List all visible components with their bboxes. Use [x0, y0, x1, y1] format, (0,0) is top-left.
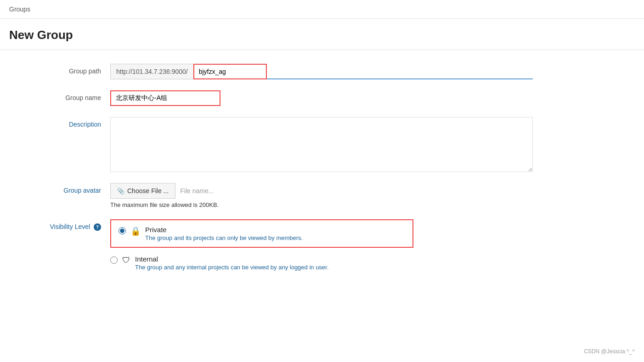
- file-input-row: 📎 Choose File ... File name...: [110, 183, 533, 199]
- file-name-placeholder: File name...: [180, 187, 214, 195]
- visibility-private-box: 🔒 Private The group and its projects can…: [110, 219, 413, 248]
- group-name-control: [110, 90, 533, 106]
- visibility-private-radio[interactable]: [119, 227, 126, 234]
- group-path-control: http://101.34.7.236:9000/: [110, 64, 533, 79]
- visibility-private-title[interactable]: Private: [145, 226, 303, 234]
- paperclip-icon: 📎: [117, 188, 124, 195]
- visibility-level-control: 🔒 Private The group and its projects can…: [110, 219, 533, 273]
- visibility-private-desc: The group and its projects can only be v…: [145, 234, 303, 241]
- file-size-note: The maximum file size allowed is 200KB.: [110, 201, 533, 208]
- visibility-internal-option: 🛡 Internal The group and any internal pr…: [110, 255, 413, 271]
- visibility-help-icon[interactable]: ?: [94, 223, 101, 231]
- visibility-level-row: Visibility Level ? 🔒 Private The group a…: [18, 219, 533, 273]
- group-avatar-row: Group avatar 📎 Choose File ... File name…: [18, 183, 533, 208]
- visibility-private-option: 🔒 Private The group and its projects can…: [119, 226, 405, 241]
- group-name-label: Group name: [18, 90, 110, 101]
- description-textarea[interactable]: [110, 117, 533, 172]
- path-prefix: http://101.34.7.236:9000/: [110, 64, 193, 79]
- visibility-internal-box: 🛡 Internal The group and any internal pr…: [110, 253, 413, 273]
- group-path-input-row: http://101.34.7.236:9000/: [110, 64, 533, 79]
- choose-file-label: Choose File ...: [127, 187, 169, 195]
- visibility-internal-labels: Internal The group and any internal proj…: [135, 255, 328, 271]
- lock-icon: 🔒: [130, 226, 141, 236]
- visibility-internal-title[interactable]: Internal: [135, 255, 328, 263]
- visibility-private-labels: Private The group and its projects can o…: [145, 226, 303, 241]
- group-name-row: Group name: [18, 90, 533, 106]
- group-path-slug-input[interactable]: [193, 64, 267, 79]
- breadcrumb-text: Groups: [9, 6, 30, 13]
- visibility-level-label: Visibility Level ?: [18, 219, 110, 231]
- group-avatar-control: 📎 Choose File ... File name... The maxim…: [110, 183, 533, 208]
- choose-file-button[interactable]: 📎 Choose File ...: [110, 183, 175, 199]
- page-header: New Group: [0, 19, 644, 50]
- group-path-row: Group path http://101.34.7.236:9000/: [18, 64, 533, 79]
- description-row: Description: [18, 117, 533, 172]
- description-control: [110, 117, 533, 172]
- visibility-internal-desc: The group and any internal projects can …: [135, 264, 328, 271]
- shield-icon: 🛡: [122, 256, 130, 265]
- group-avatar-label: Group avatar: [18, 183, 110, 194]
- group-path-extension-input[interactable]: [267, 64, 533, 79]
- visibility-internal-radio[interactable]: [110, 256, 118, 264]
- group-path-label: Group path: [18, 64, 110, 75]
- new-group-form: Group path http://101.34.7.236:9000/ Gro…: [0, 50, 551, 297]
- group-name-input[interactable]: [110, 90, 220, 106]
- page-title: New Group: [9, 28, 635, 42]
- breadcrumb: Groups: [0, 0, 644, 19]
- description-label: Description: [18, 117, 110, 128]
